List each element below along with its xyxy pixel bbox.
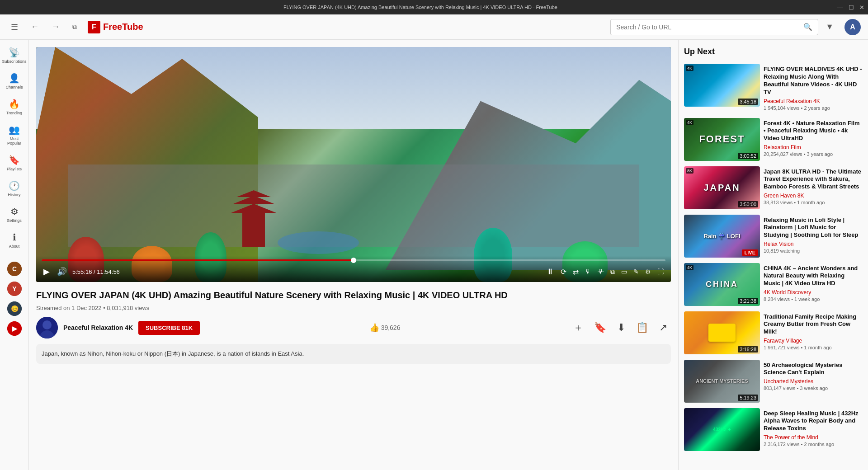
- rec-channel-lofi[interactable]: Relax Vision: [764, 241, 863, 247]
- channels-icon: 👤: [9, 73, 20, 84]
- rec-channel-maldives[interactable]: Peaceful Relaxation 4K: [764, 98, 863, 104]
- rec-title-china: CHINA 4K – Ancient Wonders and Natural B…: [764, 265, 863, 288]
- content-area: ▶ 🔊 5:55:16 / 11:54:56 ⏸ ⟳ ⇄ 🎙 🎙: [29, 40, 678, 470]
- sidebar-label-subscriptions: Subscriptions: [2, 59, 26, 64]
- mic-off-button[interactable]: 🎙: [596, 266, 606, 277]
- rec-info-butter: Traditional Family Recipe Making Creamy …: [764, 311, 863, 354]
- user-avatar-button[interactable]: A: [844, 19, 861, 35]
- rec-info-lofi: Relaxing Music in Lofi Style | Rainstorm…: [764, 215, 863, 258]
- sidebar-item-most-popular[interactable]: 👥 Most Popular: [2, 121, 27, 149]
- main-layout: 📡 Subscriptions 👤 Channels 🔥 Trending 👥 …: [0, 40, 868, 470]
- progress-dot[interactable]: [351, 258, 356, 263]
- channel-name[interactable]: Peaceful Relaxation 4K: [63, 324, 133, 331]
- mic-button[interactable]: 🎙: [583, 266, 593, 277]
- trending-icon: 🔥: [9, 99, 20, 109]
- filter-button[interactable]: ▼: [822, 19, 837, 35]
- rec-item-maldives[interactable]: 4K 3:45:18 FLYING OVER MALDIVES 4K UHD -…: [684, 64, 863, 113]
- rec-meta-lofi: 10,819 watching: [764, 248, 863, 254]
- loop-button[interactable]: ⟳: [559, 266, 568, 278]
- sidebar-label-settings: Settings: [7, 218, 22, 223]
- search-button[interactable]: 🔍: [803, 23, 812, 31]
- duration-archaeology: 5:19:23: [738, 395, 758, 401]
- sidebar-divider: [5, 256, 24, 256]
- pause-button[interactable]: ⏸: [544, 265, 556, 278]
- maximize-button[interactable]: ☐: [849, 4, 854, 11]
- rec-channel-forest[interactable]: Relaxation Film: [764, 144, 863, 150]
- forward-button[interactable]: →: [48, 19, 63, 35]
- video-title: FLYING OVER JAPAN (4K UHD) Amazing Beaut…: [36, 289, 671, 301]
- rec-item-japan[interactable]: JAPAN 8K 3:50:00 Japan 8K ULTRA HD - The…: [684, 166, 863, 209]
- rec-channel-china[interactable]: 4K World Discovery: [764, 289, 863, 296]
- rec-title-maldives: FLYING OVER MALDIVES 4K UHD - Relaxing M…: [764, 66, 863, 96]
- rec-channel-archaeology[interactable]: Uncharted Mysteries: [764, 378, 863, 385]
- video-meta: Streamed on 1 Dec 2022 • 8,031,918 views: [36, 305, 671, 311]
- rec-channel-japan[interactable]: Green Haven 8K: [764, 193, 863, 199]
- rec-title-japan: Japan 8K ULTRA HD - The Ultimate Travel …: [764, 168, 863, 191]
- logo-text: FreeTube: [103, 22, 143, 32]
- svg-text:▶: ▶: [12, 325, 17, 332]
- rec-info-japan: Japan 8K ULTRA HD - The Ultimate Travel …: [764, 166, 863, 209]
- channel-avatar-yt[interactable]: ▶: [7, 321, 22, 336]
- sidebar-label-about: About: [9, 244, 20, 249]
- video-landscape: [36, 47, 671, 282]
- rec-info-china: CHINA 4K – Ancient Wonders and Natural B…: [764, 263, 863, 306]
- duration-japan: 3:50:00: [738, 201, 758, 207]
- volume-button[interactable]: 🔊: [55, 265, 69, 278]
- menu-button[interactable]: ☰: [7, 19, 22, 36]
- sidebar-label-trending: Trending: [6, 111, 22, 115]
- rec-item-sleep[interactable]: 432Hz ✦ Deep Sleep Healing Music | 432Hz…: [684, 408, 863, 451]
- pencil-button[interactable]: ✎: [632, 266, 641, 277]
- search-container: 🔍 ▼ A: [610, 19, 861, 35]
- sidebar-item-subscriptions[interactable]: 📡 Subscriptions: [2, 43, 27, 67]
- sidebar-item-about[interactable]: ℹ About: [2, 228, 27, 252]
- rec-item-forest[interactable]: FOREST 4K 3:00:52 Forest 4K • Nature Rel…: [684, 118, 863, 161]
- sidebar-item-settings[interactable]: ⚙ Settings: [2, 202, 27, 226]
- channel-avatar-3[interactable]: 😊: [7, 301, 22, 316]
- city-layer: [68, 164, 639, 247]
- subscriptions-icon: 📡: [9, 47, 20, 58]
- minimize-button[interactable]: —: [837, 4, 843, 11]
- bookmark-button[interactable]: 🔖: [590, 318, 610, 337]
- likes-area: 👍 39,626: [369, 323, 401, 333]
- sidebar-item-trending[interactable]: 🔥 Trending: [2, 95, 27, 119]
- rec-thumb-archaeology: ANCIENT MYSTERIES 5:19:23: [684, 360, 760, 403]
- video-frame[interactable]: [36, 47, 671, 282]
- sidebar-item-channels[interactable]: 👤 Channels: [2, 69, 27, 93]
- rec-item-lofi[interactable]: Rain ☔ LOFI LIVE Relaxing Music in Lofi …: [684, 215, 863, 258]
- rec-item-archaeology[interactable]: ANCIENT MYSTERIES 5:19:23 50 Archaeologi…: [684, 360, 863, 403]
- 8k-badge-japan: 8K: [686, 168, 693, 174]
- channel-avatar-2[interactable]: Y: [7, 282, 22, 296]
- shuffle-button[interactable]: ⇄: [571, 266, 580, 278]
- channel-avatar[interactable]: [36, 317, 58, 338]
- rec-channel-butter[interactable]: Faraway Village: [764, 338, 863, 344]
- 4k-badge-china: 4K: [686, 265, 693, 270]
- like-count: 39,626: [381, 324, 401, 331]
- pip-button[interactable]: ⧉: [609, 266, 617, 277]
- up-next-title: Up Next: [684, 47, 863, 56]
- rec-item-butter[interactable]: 3:16:28 Traditional Family Recipe Making…: [684, 311, 863, 354]
- channel-avatar-1[interactable]: C: [7, 262, 22, 276]
- add-to-playlist-button[interactable]: ＋: [570, 317, 587, 338]
- back-button[interactable]: ←: [27, 19, 42, 35]
- share-button[interactable]: ↗: [656, 318, 671, 337]
- close-button[interactable]: ✕: [859, 4, 864, 11]
- search-input[interactable]: [616, 24, 803, 31]
- rec-meta-archaeology: 803,147 views • 3 weeks ago: [764, 385, 863, 391]
- subscribe-button[interactable]: SUBSCRIBE 81K: [138, 321, 200, 335]
- sidebar-item-history[interactable]: 🕐 History: [2, 177, 27, 201]
- rec-channel-sleep[interactable]: The Power of the Mind: [764, 434, 863, 441]
- duration-china: 3:21:38: [738, 298, 758, 304]
- theater-button[interactable]: ▭: [619, 266, 629, 277]
- settings-button[interactable]: ⚙: [643, 266, 653, 277]
- rec-item-china[interactable]: CHINA 4K 3:21:38 CHINA 4K – Ancient Wond…: [684, 263, 863, 306]
- play-button[interactable]: ▶: [42, 265, 52, 278]
- copy-url-button[interactable]: ⧉: [69, 19, 80, 34]
- fullscreen-button[interactable]: ⛶: [656, 266, 665, 277]
- search-bar: 🔍: [610, 19, 818, 35]
- controls-row: ▶ 🔊 5:55:16 / 11:54:56 ⏸ ⟳ ⇄ 🎙 🎙: [42, 265, 665, 278]
- sidebar-item-playlists[interactable]: 🔖 Playlists: [2, 151, 27, 175]
- settings-icon: ⚙: [10, 206, 19, 217]
- download-button[interactable]: ⬇: [613, 318, 629, 337]
- progress-bar[interactable]: [42, 259, 665, 261]
- copy-link-button[interactable]: 📋: [632, 318, 652, 337]
